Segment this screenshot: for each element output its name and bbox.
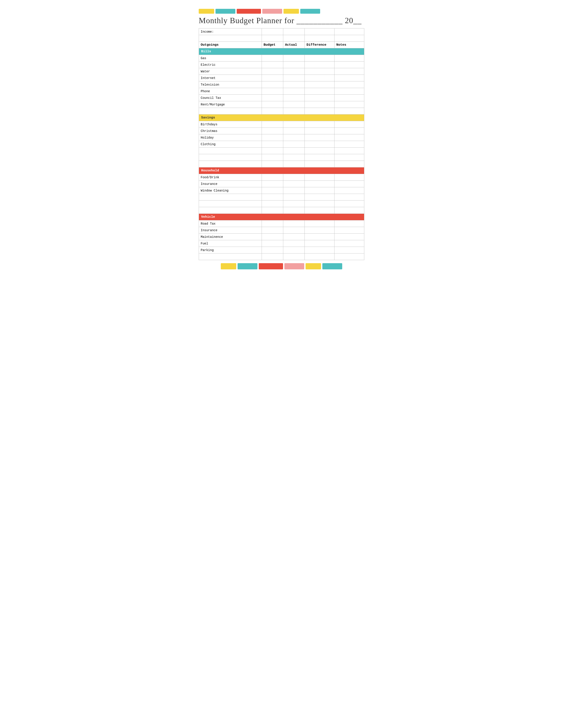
- row-diff[interactable]: [305, 81, 335, 88]
- row-actual[interactable]: [283, 88, 305, 95]
- row-actual[interactable]: [283, 75, 305, 81]
- row-actual[interactable]: [283, 234, 305, 240]
- table-row: Insurance: [199, 181, 364, 187]
- row-notes[interactable]: [335, 247, 364, 253]
- income-budget[interactable]: [261, 28, 283, 35]
- row-budget[interactable]: [261, 62, 283, 68]
- row-actual[interactable]: [283, 187, 305, 194]
- row-diff[interactable]: [305, 55, 335, 62]
- row-label: Holiday: [199, 134, 262, 141]
- row-budget[interactable]: [261, 75, 283, 81]
- row-actual[interactable]: [283, 81, 305, 88]
- row-diff[interactable]: [305, 181, 335, 187]
- row-actual[interactable]: [283, 181, 305, 187]
- row-notes[interactable]: [335, 68, 364, 75]
- row-diff[interactable]: [305, 240, 335, 247]
- row-diff[interactable]: [305, 75, 335, 81]
- row-notes[interactable]: [335, 101, 364, 108]
- row-budget[interactable]: [261, 55, 283, 62]
- row-budget[interactable]: [261, 247, 283, 253]
- row-diff[interactable]: [305, 174, 335, 181]
- household-empty-row-1: [199, 194, 364, 201]
- row-budget[interactable]: [261, 81, 283, 88]
- row-notes[interactable]: [335, 95, 364, 101]
- row-notes[interactable]: [335, 121, 364, 128]
- row-budget[interactable]: [261, 174, 283, 181]
- row-actual[interactable]: [283, 247, 305, 253]
- row-budget[interactable]: [261, 240, 283, 247]
- row-diff[interactable]: [305, 247, 335, 253]
- row-diff[interactable]: [305, 101, 335, 108]
- row-notes[interactable]: [335, 234, 364, 240]
- page-title: Monthly Budget Planner for ___________ 2…: [199, 16, 364, 25]
- row-notes[interactable]: [335, 75, 364, 81]
- row-budget[interactable]: [261, 141, 283, 148]
- row-actual[interactable]: [283, 141, 305, 148]
- row-diff[interactable]: [305, 88, 335, 95]
- row-diff[interactable]: [305, 121, 335, 128]
- row-budget[interactable]: [261, 121, 283, 128]
- row-actual[interactable]: [283, 240, 305, 247]
- row-notes[interactable]: [335, 240, 364, 247]
- row-diff[interactable]: [305, 68, 335, 75]
- row-actual[interactable]: [283, 174, 305, 181]
- row-budget[interactable]: [261, 134, 283, 141]
- row-notes[interactable]: [335, 181, 364, 187]
- income-notes[interactable]: [335, 28, 364, 35]
- row-notes[interactable]: [335, 141, 364, 148]
- row-notes[interactable]: [335, 227, 364, 234]
- household-empty-row-2: [199, 201, 364, 207]
- household-label: Household: [199, 167, 364, 174]
- section-savings-header: Savings: [199, 114, 364, 121]
- row-label: Phone: [199, 88, 262, 95]
- row-notes[interactable]: [335, 128, 364, 134]
- row-actual[interactable]: [283, 220, 305, 227]
- row-budget[interactable]: [261, 181, 283, 187]
- row-budget[interactable]: [261, 101, 283, 108]
- row-actual[interactable]: [283, 121, 305, 128]
- row-diff[interactable]: [305, 141, 335, 148]
- row-budget[interactable]: [261, 187, 283, 194]
- row-actual[interactable]: [283, 134, 305, 141]
- income-diff[interactable]: [305, 28, 335, 35]
- row-budget[interactable]: [261, 227, 283, 234]
- row-budget[interactable]: [261, 95, 283, 101]
- row-diff[interactable]: [305, 187, 335, 194]
- row-diff[interactable]: [305, 220, 335, 227]
- row-actual[interactable]: [283, 128, 305, 134]
- row-budget[interactable]: [261, 220, 283, 227]
- row-actual[interactable]: [283, 62, 305, 68]
- row-budget[interactable]: [261, 68, 283, 75]
- row-notes[interactable]: [335, 55, 364, 62]
- row-notes[interactable]: [335, 62, 364, 68]
- row-diff[interactable]: [305, 62, 335, 68]
- row-notes[interactable]: [335, 88, 364, 95]
- bottom-bar: [259, 263, 283, 269]
- row-diff[interactable]: [305, 234, 335, 240]
- row-budget[interactable]: [261, 234, 283, 240]
- row-actual[interactable]: [283, 68, 305, 75]
- table-row: Television: [199, 81, 364, 88]
- col-header-actual: Actual: [283, 42, 305, 48]
- row-budget[interactable]: [261, 88, 283, 95]
- row-diff[interactable]: [305, 128, 335, 134]
- outgoings-label: Outgoings: [199, 42, 262, 48]
- row-diff[interactable]: [305, 134, 335, 141]
- income-actual[interactable]: [283, 28, 305, 35]
- row-notes[interactable]: [335, 174, 364, 181]
- row-notes[interactable]: [335, 187, 364, 194]
- row-notes[interactable]: [335, 81, 364, 88]
- row-notes[interactable]: [335, 220, 364, 227]
- row-actual[interactable]: [283, 55, 305, 62]
- row-diff[interactable]: [305, 227, 335, 234]
- row-actual[interactable]: [283, 95, 305, 101]
- top-color-bars: [199, 9, 364, 14]
- row-actual[interactable]: [283, 101, 305, 108]
- row-diff[interactable]: [305, 95, 335, 101]
- row-label: Window Cleaning: [199, 187, 262, 194]
- row-budget[interactable]: [261, 128, 283, 134]
- row-actual[interactable]: [283, 227, 305, 234]
- bottom-bar: [285, 263, 304, 269]
- row-notes[interactable]: [335, 134, 364, 141]
- income-empty-row: [199, 35, 364, 42]
